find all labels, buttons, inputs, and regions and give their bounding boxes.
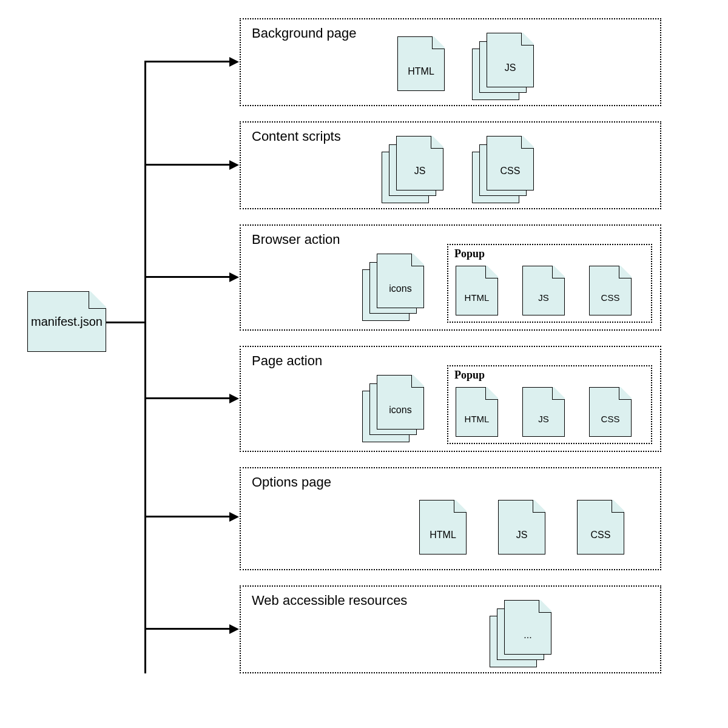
file-fold-icon <box>432 36 445 49</box>
section-title: Background page <box>252 25 356 41</box>
section-title: Browser action <box>252 232 340 248</box>
file-label: ... <box>524 630 531 641</box>
file-label: CSS <box>601 292 620 303</box>
file-label: CSS <box>601 414 620 424</box>
file-icons-icon: icons <box>377 254 424 308</box>
file-fold-icon <box>539 600 551 613</box>
section-page-action: Page action icons Popup HTML JS CSS <box>240 346 661 452</box>
section-title: Content scripts <box>252 129 341 144</box>
arrow-head-icon <box>229 394 239 403</box>
arrow-head-icon <box>229 272 239 282</box>
file-css-icon: CSS <box>589 387 632 437</box>
file-fold-icon <box>431 136 443 149</box>
file-js-icon: JS <box>498 500 545 554</box>
file-fold-icon <box>552 266 565 278</box>
file-fold-icon <box>552 387 565 400</box>
arrow-head-icon <box>229 57 239 67</box>
section-title: Options page <box>252 474 331 490</box>
file-generic-icon: ... <box>504 600 551 655</box>
section-content-scripts: Content scripts JS CSS <box>240 121 661 209</box>
file-css-icon: CSS <box>487 136 534 190</box>
file-fold-icon <box>533 500 545 513</box>
file-label: HTML <box>465 414 490 424</box>
file-js-icon: JS <box>396 136 443 190</box>
file-label: JS <box>505 62 516 73</box>
connector-branch <box>144 516 229 517</box>
file-label: icons <box>389 405 411 416</box>
file-label: JS <box>538 292 549 303</box>
file-label: HTML <box>465 292 490 303</box>
connector-branch <box>144 276 229 278</box>
file-css-icon: CSS <box>577 500 624 554</box>
connector-branch <box>144 397 229 399</box>
file-fold-icon <box>485 387 498 400</box>
connector-branch <box>144 61 229 62</box>
file-fold-icon <box>411 254 424 266</box>
section-web-accessible-resources: Web accessible resources ... <box>240 585 661 673</box>
section-browser-action: Browser action icons Popup HTML JS CSS <box>240 224 661 331</box>
file-fold-icon <box>485 266 498 278</box>
connector-branch <box>144 628 229 630</box>
connector-trunk <box>106 322 146 323</box>
file-icons-icon: icons <box>377 375 424 430</box>
manifest-file-icon: manifest.json <box>27 291 106 352</box>
file-label: CSS <box>500 166 521 177</box>
manifest-label: manifest.json <box>31 315 103 329</box>
arrow-head-icon <box>229 624 239 634</box>
connector-branch <box>144 164 229 166</box>
file-fold-icon <box>521 33 534 46</box>
file-fold-icon <box>619 266 632 278</box>
arrow-head-icon <box>229 160 239 170</box>
file-label: JS <box>516 530 528 541</box>
file-fold-icon <box>521 136 534 149</box>
section-options-page: Options page HTML JS CSS <box>240 467 661 570</box>
popup-title: Popup <box>454 248 485 260</box>
popup-title: Popup <box>454 369 485 382</box>
file-css-icon: CSS <box>589 266 632 315</box>
file-js-icon: JS <box>487 33 534 87</box>
file-fold-icon <box>454 500 467 513</box>
file-label: CSS <box>591 530 611 541</box>
file-fold-icon <box>612 500 624 513</box>
file-html-icon: HTML <box>456 266 498 315</box>
file-label: JS <box>414 166 426 177</box>
file-fold-icon <box>89 291 106 309</box>
file-label: HTML <box>430 530 456 541</box>
file-fold-icon <box>411 375 424 388</box>
file-fold-icon <box>619 387 632 400</box>
file-label: JS <box>538 414 549 424</box>
connector-vertical <box>144 61 146 673</box>
diagram-root: manifest.json Background page HTML JS Co… <box>0 0 728 728</box>
popup-box: Popup HTML JS CSS <box>447 365 652 444</box>
file-html-icon: HTML <box>397 36 445 91</box>
section-title: Page action <box>252 353 322 369</box>
section-background-page: Background page HTML JS <box>240 18 661 106</box>
file-js-icon: JS <box>522 266 565 315</box>
arrow-head-icon <box>229 512 239 522</box>
file-js-icon: JS <box>522 387 565 437</box>
popup-box: Popup HTML JS CSS <box>447 244 652 323</box>
file-html-icon: HTML <box>456 387 498 437</box>
section-title: Web accessible resources <box>252 593 407 608</box>
file-html-icon: HTML <box>419 500 467 554</box>
file-label: icons <box>389 283 411 294</box>
file-label: HTML <box>408 66 434 77</box>
